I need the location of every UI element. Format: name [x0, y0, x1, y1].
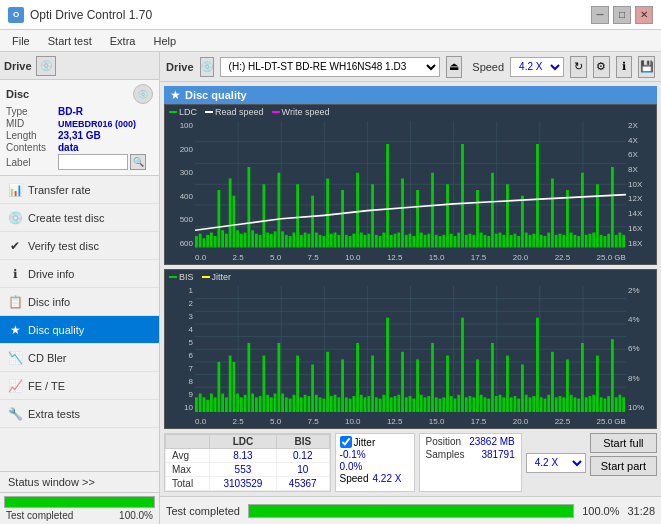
svg-rect-111 [559, 234, 562, 248]
refresh-btn[interactable]: ↻ [570, 56, 587, 78]
header-row: Drive 💿 (H:) HL-DT-ST BD-RE WH16NS48 1.D… [160, 52, 661, 82]
svg-rect-173 [292, 394, 295, 412]
sidebar-item-drive-info[interactable]: ℹ Drive info [0, 260, 159, 288]
sidebar-item-verify-test-disc[interactable]: ✔ Verify test disc [0, 232, 159, 260]
svg-rect-150 [206, 399, 209, 412]
svg-rect-168 [274, 393, 277, 412]
svg-rect-227 [495, 396, 498, 412]
sidebar-item-disc-quality[interactable]: ★ Disc quality [0, 316, 159, 344]
type-value: BD-R [58, 106, 83, 117]
eject-btn[interactable]: ⏏ [446, 56, 463, 78]
menu-extra[interactable]: Extra [102, 33, 144, 49]
chart1-y-axis: 600 500 400 300 200 100 [165, 121, 195, 248]
menu-file[interactable]: File [4, 33, 38, 49]
sidebar-item-cd-bler[interactable]: 📉 CD Bler [0, 344, 159, 372]
svg-rect-36 [277, 173, 280, 248]
maximize-button[interactable]: □ [613, 6, 631, 24]
max-ldc: 553 [209, 463, 276, 477]
svg-rect-125 [611, 167, 614, 248]
svg-rect-160 [244, 394, 247, 412]
svg-rect-66 [390, 235, 393, 248]
svg-rect-234 [521, 364, 524, 412]
svg-rect-58 [360, 233, 363, 248]
sidebar-item-fe-te[interactable]: 📈 FE / TE [0, 372, 159, 400]
label-input[interactable] [58, 154, 128, 170]
length-value: 23,31 GB [58, 130, 101, 141]
app-icon: O [8, 7, 24, 23]
svg-rect-54 [345, 235, 348, 248]
svg-rect-100 [517, 236, 520, 248]
svg-rect-177 [307, 396, 310, 412]
sidebar-item-disc-info[interactable]: 📋 Disc info [0, 288, 159, 316]
svg-rect-83 [454, 236, 457, 248]
status-window-btn[interactable]: Status window >> [0, 472, 159, 493]
col-header-bis: BIS [276, 435, 329, 449]
progress-section: Test completed 100.0% [0, 493, 159, 524]
svg-rect-164 [259, 396, 262, 412]
disc-icon: 💿 [133, 84, 153, 104]
chart-speed-select[interactable]: 4.2 X [526, 453, 586, 473]
bottom-status-bar: Test completed 100.0% 31:28 [160, 496, 661, 524]
svg-rect-72 [412, 236, 415, 248]
svg-rect-62 [375, 235, 378, 248]
svg-rect-78 [435, 235, 438, 248]
svg-rect-120 [592, 233, 595, 248]
jitter-checkbox[interactable] [340, 436, 352, 448]
svg-rect-221 [472, 397, 475, 412]
jitter-section: Jitter [340, 436, 410, 448]
svg-rect-123 [604, 236, 607, 248]
svg-rect-28 [247, 167, 250, 248]
action-buttons: Start full Start part [590, 433, 657, 492]
svg-rect-15 [199, 234, 202, 248]
svg-rect-88 [472, 235, 475, 248]
menu-help[interactable]: Help [145, 33, 184, 49]
total-label: Total [166, 477, 210, 491]
svg-rect-184 [334, 394, 337, 412]
svg-rect-199 [390, 397, 393, 412]
stats-row-avg: Avg 8.13 0.12 [166, 449, 330, 463]
svg-rect-159 [240, 397, 243, 412]
contents-value: data [58, 142, 79, 153]
minimize-button[interactable]: ─ [591, 6, 609, 24]
svg-rect-251 [585, 397, 588, 412]
svg-rect-181 [322, 398, 325, 412]
create-test-disc-label: Create test disc [28, 212, 104, 224]
transfer-rate-icon: 📊 [8, 183, 22, 197]
speed-select[interactable]: 4.2 X [510, 57, 564, 77]
svg-rect-244 [559, 396, 562, 412]
svg-rect-102 [525, 233, 528, 248]
info-btn[interactable]: ℹ [616, 56, 633, 78]
label-browse-btn[interactable]: 🔍 [130, 154, 146, 170]
drive-section: Drive 💿 [0, 52, 159, 80]
disc-panel: Disc 💿 Type BD-R MID UMEBDR016 (000) Len… [0, 80, 159, 176]
mid-value: UMEBDR016 (000) [58, 119, 136, 129]
svg-rect-203 [405, 397, 408, 412]
svg-rect-95 [499, 233, 502, 248]
sidebar-item-create-test-disc[interactable]: 💿 Create test disc [0, 204, 159, 232]
sidebar-item-extra-tests[interactable]: 🔧 Extra tests [0, 400, 159, 428]
progress-fill [5, 497, 154, 507]
svg-rect-122 [600, 235, 603, 248]
sidebar-item-transfer-rate[interactable]: 📊 Transfer rate [0, 176, 159, 204]
menu-start-test[interactable]: Start test [40, 33, 100, 49]
drive-icon-btn[interactable]: 💿 [36, 56, 56, 76]
verify-test-disc-icon: ✔ [8, 239, 22, 253]
header-drive-select[interactable]: (H:) HL-DT-ST BD-RE WH16NS48 1.D3 [220, 57, 440, 77]
avg-bis: 0.12 [276, 449, 329, 463]
svg-rect-175 [300, 397, 303, 412]
svg-rect-84 [457, 233, 460, 248]
svg-rect-71 [409, 234, 412, 248]
svg-rect-208 [424, 397, 427, 412]
save-btn[interactable]: 💾 [638, 56, 655, 78]
start-full-button[interactable]: Start full [590, 433, 657, 453]
svg-rect-74 [420, 233, 423, 248]
svg-rect-207 [420, 394, 423, 412]
fe-te-icon: 📈 [8, 379, 22, 393]
settings-btn[interactable]: ⚙ [593, 56, 610, 78]
start-part-button[interactable]: Start part [590, 456, 657, 476]
close-button[interactable]: ✕ [635, 6, 653, 24]
svg-rect-106 [540, 235, 543, 248]
status-text: Test completed [6, 510, 73, 521]
svg-rect-215 [450, 396, 453, 412]
bottom-progress-bar [248, 504, 574, 518]
